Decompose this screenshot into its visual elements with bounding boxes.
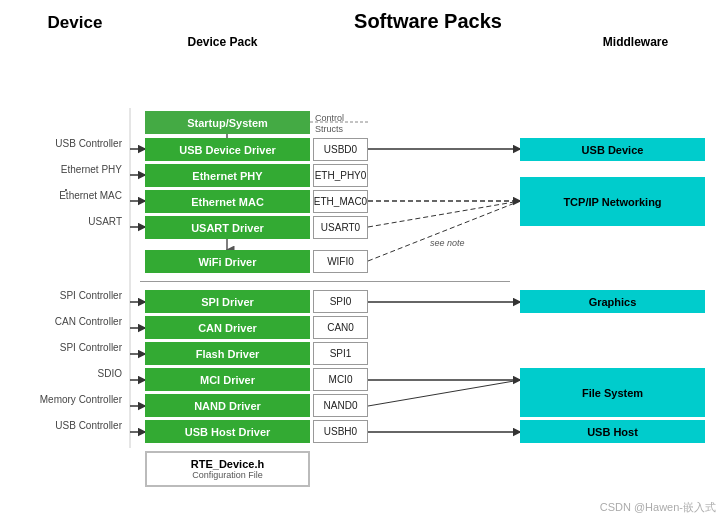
- usbh0-label: USBH0: [324, 426, 357, 437]
- usart0-instance-box: USART0: [313, 216, 368, 239]
- main-container: Device Software Packs Device Pack Middle…: [0, 0, 726, 523]
- diagram-area: Startup/System ControlStructs USB Contro…: [10, 53, 716, 523]
- flash-driver-box: Flash Driver: [145, 342, 310, 365]
- mci-driver-label: MCI Driver: [200, 374, 255, 386]
- rte-device-sublabel: Configuration File: [151, 470, 304, 480]
- can-driver-label: CAN Driver: [198, 322, 257, 334]
- rte-device-label: RTE_Device.h: [151, 458, 304, 470]
- filesystem-mw-box: File System: [520, 368, 705, 417]
- dev-label-usb-controller-1: USB Controller: [10, 138, 128, 149]
- dev-label-spi-2: SPI Controller: [10, 342, 128, 353]
- eth-phy0-instance-box: ETH_PHY0: [313, 164, 368, 187]
- svg-line-17: [368, 380, 520, 406]
- spi-driver-box: SPI Driver: [145, 290, 310, 313]
- eth-mac-driver-box: Ethernet MAC: [145, 190, 310, 213]
- rte-device-box: RTE_Device.h Configuration File: [145, 451, 310, 487]
- dev-label-sdio: SDIO: [10, 368, 128, 379]
- graphics-mw-box: Graphics: [520, 290, 705, 313]
- usb-device-driver-box: USB Device Driver: [145, 138, 310, 161]
- dev-label-can: CAN Controller: [10, 316, 128, 327]
- tcpip-mw-label: TCP/IP Networking: [563, 196, 661, 208]
- wifi0-instance-box: WIFI0: [313, 250, 368, 273]
- usb-device-driver-label: USB Device Driver: [179, 144, 276, 156]
- usb-host-driver-box: USB Host Driver: [145, 420, 310, 443]
- eth-phy-driver-label: Ethernet PHY: [192, 170, 262, 182]
- dev-label-memory: Memory Controller: [10, 394, 128, 405]
- connection-lines: [10, 53, 716, 523]
- spi-driver-label: SPI Driver: [201, 296, 254, 308]
- nand-driver-box: NAND Driver: [145, 394, 310, 417]
- mci-driver-box: MCI Driver: [145, 368, 310, 391]
- usart0-label: USART0: [321, 222, 360, 233]
- eth-mac-driver-label: Ethernet MAC: [191, 196, 264, 208]
- graphics-mw-label: Graphics: [589, 296, 637, 308]
- usb-host-mw-label: USB Host: [587, 426, 638, 438]
- separator-line: [140, 281, 510, 282]
- flash-driver-label: Flash Driver: [196, 348, 260, 360]
- can-driver-box: CAN Driver: [145, 316, 310, 339]
- startup-driver-box: Startup/System: [145, 111, 310, 134]
- nand-driver-label: NAND Driver: [194, 400, 261, 412]
- control-structs-label: ControlStructs: [315, 113, 344, 135]
- svg-line-7: [368, 201, 520, 227]
- mci0-instance-box: MCI0: [313, 368, 368, 391]
- middleware-header: Middleware: [555, 35, 716, 49]
- mci0-label: MCI0: [329, 374, 353, 385]
- eth-phy-driver-box: Ethernet PHY: [145, 164, 310, 187]
- filesystem-mw-label: File System: [582, 387, 643, 399]
- spi1-label: SPI1: [330, 348, 352, 359]
- usb-host-mw-box: USB Host: [520, 420, 705, 443]
- svg-line-8: [368, 201, 520, 261]
- wifi-driver-box: WiFi Driver: [145, 250, 310, 273]
- wifi0-label: WIFI0: [327, 256, 354, 267]
- dev-label-spi-1: SPI Controller: [10, 290, 128, 301]
- usart-driver-box: USART Driver: [145, 216, 310, 239]
- usbd0-instance-label: USBD0: [324, 144, 357, 155]
- see-note-label: see note: [430, 238, 465, 248]
- usbd0-instance-box: USBD0: [313, 138, 368, 161]
- usb-device-mw-box: USB Device: [520, 138, 705, 161]
- nand0-instance-box: NAND0: [313, 394, 368, 417]
- startup-driver-label: Startup/System: [187, 117, 268, 129]
- spi0-instance-box: SPI0: [313, 290, 368, 313]
- device-pack-header: Device Pack: [140, 35, 305, 49]
- spi0-label: SPI0: [330, 296, 352, 307]
- usart-driver-label: USART Driver: [191, 222, 264, 234]
- usb-device-mw-label: USB Device: [582, 144, 644, 156]
- spi1-instance-box: SPI1: [313, 342, 368, 365]
- usbh0-instance-box: USBH0: [313, 420, 368, 443]
- dev-label-eth-phy: Ethernet PHY: [10, 164, 128, 175]
- can0-label: CAN0: [327, 322, 354, 333]
- wifi-driver-label: WiFi Driver: [199, 256, 257, 268]
- can0-instance-box: CAN0: [313, 316, 368, 339]
- watermark: CSDN @Hawen-嵌入式: [600, 500, 716, 515]
- dev-label-usb-2: USB Controller: [10, 420, 128, 431]
- eth-mac0-label: ETH_MAC0: [314, 196, 367, 207]
- tcpip-mw-box: TCP/IP Networking: [520, 177, 705, 226]
- usb-host-driver-label: USB Host Driver: [185, 426, 271, 438]
- eth-mac0-instance-box: ETH_MAC0: [313, 190, 368, 213]
- dev-label-eth-mac: Ethernet MAC: [10, 190, 128, 201]
- nand0-label: NAND0: [324, 400, 358, 411]
- dev-label-usart: USART: [10, 216, 128, 227]
- main-title: Software Packs: [140, 10, 716, 33]
- device-header: Device: [10, 13, 140, 33]
- eth-phy0-label: ETH_PHY0: [315, 170, 367, 181]
